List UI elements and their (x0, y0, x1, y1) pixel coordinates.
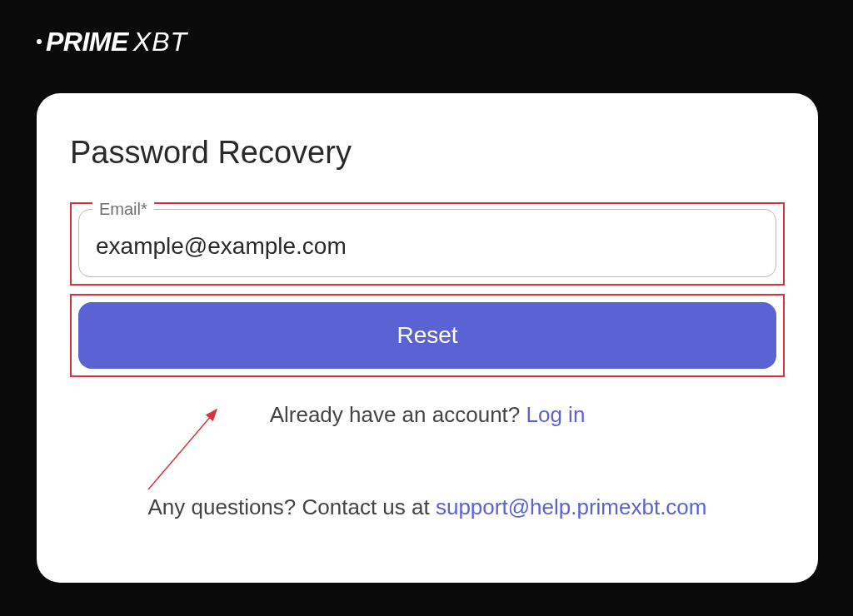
email-input[interactable] (96, 233, 759, 260)
email-highlight-box: Email* (70, 202, 785, 286)
email-label: Email* (92, 200, 154, 219)
email-field-wrapper: Email* (78, 209, 776, 277)
reset-button[interactable]: Reset (78, 302, 776, 369)
brand-logo: PRIME XBT (37, 27, 187, 57)
logo-text-prime: PRIME (46, 27, 128, 57)
password-recovery-card: Password Recovery Email* Reset Already h… (37, 93, 818, 583)
logo-text-xbt: XBT (133, 27, 187, 57)
login-link[interactable]: Log in (526, 402, 586, 427)
logo-dot-icon (37, 39, 42, 44)
reset-highlight-box: Reset (70, 294, 785, 377)
contact-row: Any questions? Contact us at support@hel… (70, 494, 785, 520)
contact-prompt-text: Any questions? Contact us at (148, 494, 436, 519)
page-title: Password Recovery (70, 135, 785, 171)
account-row: Already have an account? Log in (70, 402, 785, 428)
support-email-link[interactable]: support@help.primexbt.com (436, 494, 707, 519)
account-prompt-text: Already have an account? (270, 402, 526, 427)
